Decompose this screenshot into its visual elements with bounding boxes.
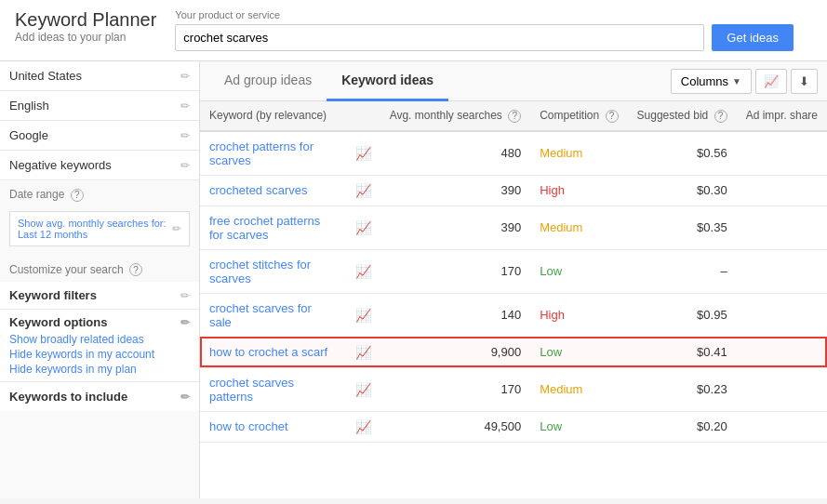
cell-keyword: crochet scarves for sale [200,293,346,337]
sidebar-item-keyword-filters[interactable]: Keyword filters ✏ [0,282,199,310]
table-row: crochet patterns for scarves 📈 480 Mediu… [200,131,827,176]
table-row: crochet stitches for scarves 📈 170 Low – [200,249,827,293]
negative-keywords-label: Negative keywords [9,158,112,172]
language-edit-icon[interactable]: ✏ [180,99,190,113]
sidebar-item-negative-keywords[interactable]: Negative keywords ✏ [0,151,199,180]
tabs-right: Columns ▼ 📈 ⬇ [671,69,818,94]
keyword-options-edit-icon[interactable]: ✏ [180,316,190,329]
tab-keyword-ideas[interactable]: Keyword ideas [327,61,448,101]
network-label: Google [9,128,48,142]
table-row: how to crochet a scarf 📈 9,900 Low $0.41 [200,337,827,367]
trend-chart-icon[interactable]: 📈 [355,382,371,397]
cell-competition: Medium [530,206,627,249]
keyword-link[interactable]: crochet scarves patterns [209,376,294,404]
keyword-options-sub: Show broadly related ideas Hide keywords… [9,333,190,376]
cell-suggested-bid: $0.30 [628,175,737,206]
trend-chart-icon[interactable]: 📈 [355,146,371,161]
keyword-filters-label: Keyword filters [9,288,97,302]
cell-competition: Medium [530,131,627,176]
sidebar-item-keywords-include[interactable]: Keywords to include ✏ [0,382,199,411]
app-title: Keyword Planner Add ideas to your plan [15,9,156,44]
competition-value: Low [540,264,562,278]
keyword-link[interactable]: crochet scarves for sale [209,301,312,329]
cell-chart-icon: 📈 [346,367,380,411]
search-area: Your product or service Get ideas [175,9,794,51]
sidebar: United States ✏ English ✏ Google ✏ Negat… [0,61,200,498]
cell-competition: High [530,175,627,206]
content-area: Ad group ideas Keyword ideas Columns ▼ 📈… [200,61,827,498]
cell-chart-icon: 📈 [346,206,380,249]
hide-account-link[interactable]: Hide keywords in my account [9,348,190,361]
date-range-box[interactable]: Show avg. monthly searches for: Last 12 … [9,211,190,246]
app-subtitle: Add ideas to your plan [15,31,156,44]
trend-chart-icon[interactable]: 📈 [355,183,371,198]
date-range-edit-icon[interactable]: ✏ [172,222,181,235]
cell-ad-impr [737,175,827,206]
location-edit-icon[interactable]: ✏ [180,70,190,83]
show-broadly-link[interactable]: Show broadly related ideas [9,333,190,346]
competition-help-icon[interactable]: ? [606,110,619,123]
keyword-link[interactable]: crochet stitches for scarves [209,258,311,285]
keyword-link[interactable]: crochet patterns for scarves [209,139,313,167]
sidebar-item-location[interactable]: United States ✏ [0,61,199,91]
table-row: crocheted scarves 📈 390 High $0.30 [200,175,827,206]
cell-competition: Low [530,411,627,442]
trend-chart-icon[interactable]: 📈 [355,220,371,235]
date-range-help-icon[interactable]: ? [71,189,84,202]
cell-avg-monthly: 390 [380,175,531,206]
tab-ad-group-ideas[interactable]: Ad group ideas [209,61,327,101]
keyword-options-toggle[interactable]: Keyword options ✏ [9,315,190,329]
keyword-link[interactable]: how to crochet [209,419,288,433]
keyword-link[interactable]: crocheted scarves [209,183,308,197]
avg-monthly-help-icon[interactable]: ? [508,110,521,123]
cell-chart-icon: 📈 [346,411,380,442]
suggested-bid-help-icon[interactable]: ? [714,110,727,123]
competition-value: Medium [540,220,582,234]
get-ideas-button[interactable]: Get ideas [712,24,794,51]
search-row: Get ideas [175,24,794,51]
sidebar-item-language[interactable]: English ✏ [0,91,199,121]
customize-title: Customize your search ? [0,258,199,283]
cell-ad-impr [737,131,827,176]
col-suggested-bid: Suggested bid ? [628,101,737,131]
cell-suggested-bid: $0.35 [628,206,737,249]
competition-value: High [540,183,565,197]
competition-value: Low [540,419,562,433]
tabs-left: Ad group ideas Keyword ideas [209,61,448,100]
competition-value: Medium [540,382,582,396]
download-button[interactable]: ⬇ [791,69,818,94]
keyword-options-label: Keyword options [9,315,107,329]
hide-plan-link[interactable]: Hide keywords in my plan [9,363,190,376]
trend-chart-icon[interactable]: 📈 [355,345,371,360]
cell-ad-impr [737,367,827,411]
cell-suggested-bid: $0.95 [628,293,737,337]
language-label: English [9,99,49,113]
tabs-bar: Ad group ideas Keyword ideas Columns ▼ 📈… [200,61,827,101]
trend-chart-icon[interactable]: 📈 [355,419,371,434]
search-label: Your product or service [175,9,794,20]
date-range-title: Date range ? [0,180,199,206]
keyword-link[interactable]: free crochet patterns for scarves [209,214,320,242]
columns-button[interactable]: Columns ▼ [671,69,752,94]
cell-keyword: crocheted scarves [200,175,346,206]
negative-keywords-edit-icon[interactable]: ✏ [180,159,190,172]
app-header: Keyword Planner Add ideas to your plan Y… [0,0,827,61]
cell-keyword: how to crochet a scarf [200,337,346,367]
cell-keyword: crochet scarves patterns [200,367,346,411]
keywords-include-edit-icon[interactable]: ✏ [180,391,190,404]
search-input[interactable] [175,24,704,51]
cell-suggested-bid: $0.23 [628,367,737,411]
network-edit-icon[interactable]: ✏ [180,129,190,142]
table-row: free crochet patterns for scarves 📈 390 … [200,206,827,249]
table-row: how to crochet 📈 49,500 Low $0.20 [200,411,827,442]
customize-section: Customize your search ? Keyword filters … [0,252,199,418]
trend-chart-icon[interactable]: 📈 [355,308,371,323]
keyword-filters-edit-icon[interactable]: ✏ [180,289,190,302]
keyword-options-section: Keyword options ✏ Show broadly related i… [0,310,199,382]
customize-help-icon[interactable]: ? [129,263,142,276]
cell-ad-impr [737,293,827,337]
chart-view-button[interactable]: 📈 [755,69,787,94]
keyword-link[interactable]: how to crochet a scarf [209,345,327,359]
trend-chart-icon[interactable]: 📈 [355,264,371,279]
sidebar-item-network[interactable]: Google ✏ [0,121,199,151]
